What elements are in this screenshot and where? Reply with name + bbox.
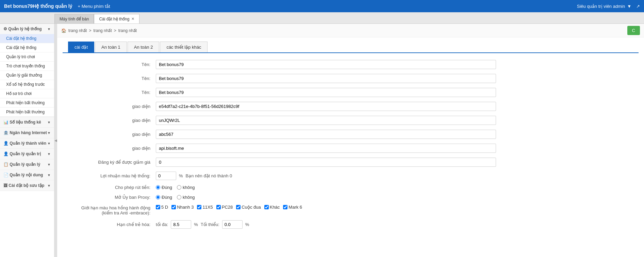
- form-row-ten-1: Tên:: [67, 60, 634, 69]
- tab-settings-label: Cài đặt hệ thống: [99, 17, 129, 21]
- form-row-ten-2: Tên:: [67, 74, 634, 83]
- input-ten-1[interactable]: [156, 60, 496, 69]
- input-ten-2[interactable]: [156, 74, 496, 83]
- label-dang-ky: Đăng ký để được giảm giá: [67, 160, 156, 165]
- user-label: Siêu quản trị viên admin: [577, 4, 625, 9]
- sidebar-section-label-6: 📋 Quản lý quản lý: [3, 162, 40, 167]
- sidebar-item-phat-hien-bat-thuong-1[interactable]: Phát hiện bất thường: [0, 98, 54, 108]
- tab-settings[interactable]: Cài đặt hệ thống ✕: [94, 14, 139, 23]
- external-link-icon: ↗: [636, 4, 640, 9]
- sidebar-section-header-quan-ly-he-thong[interactable]: ⚙ Quản lý hệ thống ▼: [0, 24, 54, 34]
- checkbox-input-pc28[interactable]: [216, 205, 221, 209]
- label-giao-dien-1: giao diện: [67, 104, 156, 109]
- checkbox-11x5[interactable]: 11X5: [197, 205, 213, 210]
- han-che-inline-group: tối đa: % Tối thiểu: %: [156, 220, 634, 229]
- sidebar-section-header-cai-dat-bo-suu-tap[interactable]: 🖼 Cài đặt bộ sưu tập ▼: [0, 180, 54, 191]
- sidebar-section-header-quan-ly-noi-dung[interactable]: 📄 Quản lý nội dung ▼: [0, 170, 54, 180]
- sidebar-item-cai-dat-1[interactable]: Cài đặt hệ thống: [0, 34, 54, 43]
- input-dang-ky[interactable]: [156, 158, 496, 167]
- label-cho-phep: Cho phép rút tiền:: [67, 185, 156, 190]
- checkbox-pc28[interactable]: PC28: [216, 205, 233, 210]
- han-che-toi-da-label: tối đa:: [156, 222, 168, 227]
- input-giao-dien-2[interactable]: [156, 116, 496, 125]
- label-giao-dien-3: giao diện: [67, 132, 156, 137]
- label-gioi-han: Giới hạn màu hoa hồng hành động(kiểm tra…: [67, 205, 156, 215]
- han-che-unit-1: %: [194, 222, 198, 227]
- tab-close-icon[interactable]: ✕: [131, 17, 134, 21]
- inner-tabs: cài đặt An toàn 1 An toàn 2 các thiết lậ…: [63, 42, 639, 53]
- checkbox-input-5d[interactable]: [156, 205, 160, 209]
- loi-nhuan-inline-group: % Bạn nên đặt nó thành 0: [156, 172, 634, 180]
- sidebar-section-header-quan-ly-quan-tri[interactable]: 👤 Quản lý quản trị ▼: [0, 149, 54, 159]
- inner-tab-cai-dat[interactable]: cài đặt: [68, 42, 94, 52]
- input-han-che-toi-da[interactable]: [171, 220, 191, 229]
- sidebar-section-label-8: 🖼 Cài đặt bộ sưu tập: [3, 183, 44, 188]
- input-giao-dien-4[interactable]: [156, 144, 496, 153]
- form-row-giao-dien-4: giao diện: [67, 144, 634, 153]
- input-giao-dien-3[interactable]: [156, 130, 496, 139]
- radio-mo-uy-ban-dung[interactable]: Đúng: [156, 195, 172, 200]
- sidebar-item-tro-choi-truyen-thong[interactable]: Trò chơi truyền thống: [0, 62, 54, 71]
- radio-label-cho-phep-khong: không: [183, 185, 195, 190]
- checkbox-nhanh3[interactable]: Nhanh 3: [171, 205, 194, 210]
- input-giao-dien-1[interactable]: [156, 102, 496, 111]
- sidebar-section-quan-ly-he-thong: ⚙ Quản lý hệ thống ▼ Cài đặt hệ thống Cà…: [0, 24, 54, 117]
- checkbox-input-11x5[interactable]: [197, 205, 201, 209]
- sidebar-item-xo-so-he-thong-truoc[interactable]: Xổ số hệ thống trước: [0, 80, 54, 89]
- radio-input-cho-phep-khong[interactable]: [177, 185, 181, 190]
- sidebar-section-header-quan-ly-thanh-vien[interactable]: 👤 Quản lý thành viên ▼: [0, 138, 54, 148]
- sidebar-item-quan-ly-tro-choi[interactable]: Quản lý trò chơi: [0, 52, 54, 62]
- sidebar-item-ho-so-tro-choi[interactable]: Hồ sơ trò chơi: [0, 89, 54, 98]
- sidebar-section-header-ngan-hang-internet[interactable]: 🏦 Ngân hàng Internet ▼: [0, 128, 54, 138]
- checkbox-5d[interactable]: 5 D: [156, 205, 168, 210]
- breadcrumb-item-3: trang nhất: [118, 28, 137, 33]
- checkbox-mark6[interactable]: Mark 6: [283, 205, 302, 210]
- han-che-unit-2: %: [245, 222, 249, 227]
- radio-label-cho-phep-dung: Đúng: [162, 185, 172, 190]
- collapse-arrow-icon-2: ▼: [47, 121, 51, 124]
- inner-tab-an-toan-1[interactable]: An toàn 1: [95, 42, 127, 52]
- checkbox-khac[interactable]: Khác: [264, 205, 280, 210]
- checkbox-label-pc28: PC28: [222, 205, 233, 210]
- checkbox-cuoc-dua[interactable]: Cuộc đua: [236, 205, 261, 210]
- sidebar-item-cai-dat-2[interactable]: Cài đặt hệ thống: [0, 43, 54, 52]
- sidebar-item-phat-hien-bat-thuong-2[interactable]: Phát hiện bất thường: [0, 108, 54, 117]
- checkbox-label-cuoc-dua: Cuộc đua: [242, 205, 261, 210]
- sidebar-section-label-3: 🏦 Ngân hàng Internet: [3, 130, 47, 135]
- sidebar-section-label-4: 👤 Quản lý thành viên: [3, 141, 46, 146]
- tab-desktop[interactable]: Máy tính để bàn: [54, 14, 94, 23]
- sidebar-section-quan-ly-quan-tri: 👤 Quản lý quản trị ▼: [0, 149, 54, 159]
- form-row-dang-ky: Đăng ký để được giảm giá: [67, 158, 634, 167]
- sidebar-item-quan-ly-giai-thuong[interactable]: Quản lý giải thưởng: [0, 71, 54, 80]
- resize-handle[interactable]: ◀: [54, 24, 57, 257]
- radio-cho-phep-khong[interactable]: không: [177, 185, 195, 190]
- radio-input-mo-uy-ban-khong[interactable]: [177, 195, 181, 199]
- sidebar: ⚙ Quản lý hệ thống ▼ Cài đặt hệ thống Cà…: [0, 24, 54, 257]
- sidebar-section-header-quan-ly-quan-ly[interactable]: 📋 Quản lý quản lý ▼: [0, 159, 54, 170]
- radio-mo-uy-ban-khong[interactable]: không: [177, 195, 195, 200]
- inner-tab-cac-thiet-lap-khac[interactable]: các thiết lập khác: [160, 42, 208, 52]
- sidebar-section-header-so-lieu-thong-ke[interactable]: 📊 Số liệu thống kê ▼: [0, 117, 54, 127]
- checkbox-input-nhanh3[interactable]: [171, 205, 176, 209]
- save-button[interactable]: C: [627, 26, 640, 35]
- radio-input-cho-phep-dung[interactable]: [156, 185, 160, 190]
- checkbox-label-5d: 5 D: [161, 205, 168, 210]
- label-loi-nhuan: Lợi nhuận màu hệ thống:: [67, 173, 156, 178]
- checkbox-input-cuoc-dua[interactable]: [236, 205, 241, 209]
- form-area: Tên: Tên: Tên: giao diện giao diện: [57, 53, 644, 240]
- menu-shortcut-button[interactable]: + Menu phím tắt: [78, 4, 110, 9]
- checkbox-input-mark6[interactable]: [283, 205, 287, 209]
- breadcrumb-item-2: trang nhất: [93, 28, 112, 33]
- radio-input-mo-uy-ban-dung[interactable]: [156, 195, 160, 199]
- input-ten-3[interactable]: [156, 88, 496, 97]
- label-ten-3: Tên:: [67, 90, 156, 95]
- input-loi-nhuan[interactable]: [156, 172, 176, 180]
- app-title: Bet bonus79Hệ thống quản lý: [4, 3, 72, 9]
- sidebar-section-quan-ly-noi-dung: 📄 Quản lý nội dung ▼: [0, 170, 54, 180]
- input-han-che-toi-thieu[interactable]: [222, 220, 243, 229]
- inner-tab-an-toan-2[interactable]: An toàn 2: [128, 42, 160, 52]
- checkbox-input-khac[interactable]: [264, 205, 269, 209]
- topbar: Bet bonus79Hệ thống quản lý + Menu phím …: [0, 0, 644, 12]
- radio-group-mo-uy-ban: Đúng không: [156, 195, 195, 200]
- radio-cho-phep-dung[interactable]: Đúng: [156, 185, 172, 190]
